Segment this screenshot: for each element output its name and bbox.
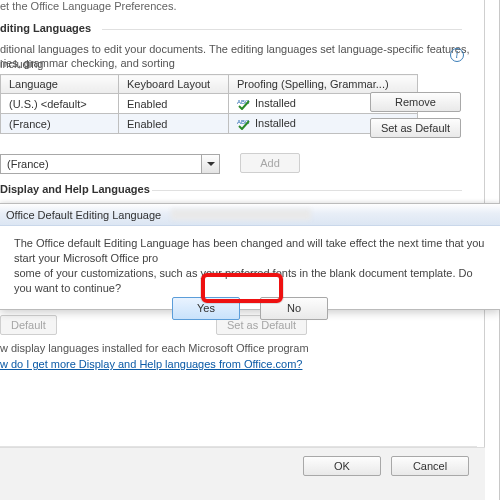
section-divider (102, 29, 462, 30)
ok-button[interactable]: OK (303, 456, 381, 476)
proofing-icon: ABC (237, 118, 251, 130)
table-row[interactable]: (U.S.) <default> Enabled ABC Installed (1, 94, 418, 114)
section-divider (152, 190, 462, 191)
cell-lang: (U.S.) <default> (1, 94, 119, 114)
cell-layout: Enabled (119, 114, 229, 134)
editing-languages-title: diting Languages (0, 22, 91, 34)
office-languages-link[interactable]: w do I get more Display and Help languag… (0, 358, 302, 370)
dialog-title: Office Default Editing Language (6, 209, 161, 221)
editing-desc-line2: ries, grammar checking, and sorting (0, 56, 175, 71)
dropdown-value: (France) (1, 158, 201, 170)
dialog-bottom-bar: OK Cancel (0, 447, 485, 500)
add-language-dropdown[interactable]: (France) (0, 154, 220, 174)
table-row[interactable]: (France) Enabled ABC Installed (1, 114, 418, 134)
chevron-down-icon[interactable] (201, 155, 219, 173)
set-default-button[interactable]: Set as Default (370, 118, 461, 138)
proofing-icon: ABC (237, 98, 251, 110)
info-icon[interactable]: i (450, 48, 464, 62)
cell-lang: (France) (1, 114, 119, 134)
remove-button[interactable]: Remove (370, 92, 461, 112)
pref-intro-text: et the Office Language Preferences. (0, 0, 177, 12)
col-proofing[interactable]: Proofing (Spelling, Grammar...) (229, 75, 418, 94)
display-help-title: Display and Help Languages (0, 183, 150, 195)
cancel-button[interactable]: Cancel (391, 456, 469, 476)
dialog-message-line1: The Office default Editing Language has … (14, 236, 486, 266)
highlight-annotation (201, 273, 283, 303)
dialog-titlebar: Office Default Editing Language (0, 204, 500, 226)
cell-layout: Enabled (119, 94, 229, 114)
display-languages-text: w display languages installed for each M… (0, 341, 309, 356)
table-side-buttons: Remove Set as Default (370, 92, 461, 138)
editing-languages-table: Language Keyboard Layout Proofing (Spell… (0, 74, 418, 134)
blurred-text (171, 209, 311, 220)
col-layout[interactable]: Keyboard Layout (119, 75, 229, 94)
col-language[interactable]: Language (1, 75, 119, 94)
add-button: Add (240, 153, 300, 173)
table-header-row: Language Keyboard Layout Proofing (Spell… (1, 75, 418, 94)
